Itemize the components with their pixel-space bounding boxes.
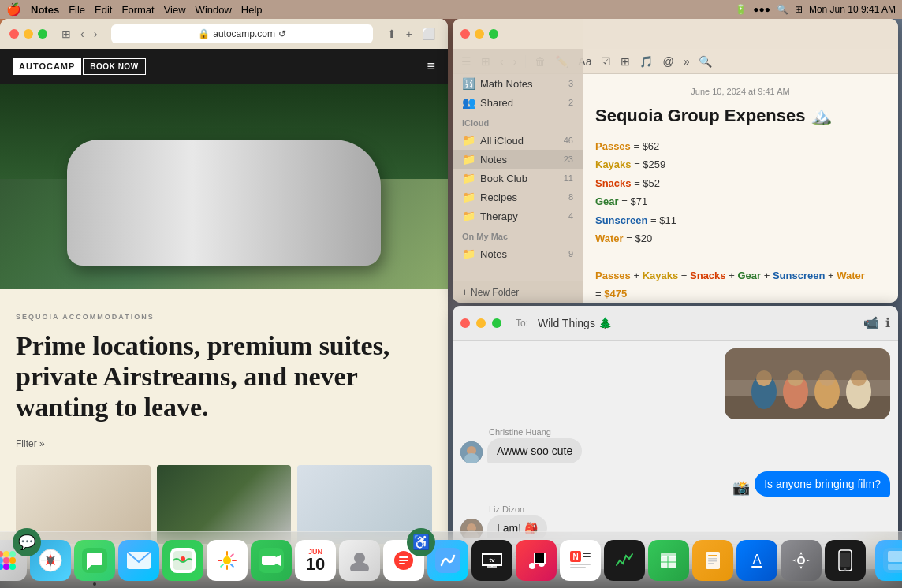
notes-folder-label: Notes [480, 154, 507, 166]
math-notes-label: Math Notes [480, 78, 532, 90]
new-folder-button[interactable]: + New Folder [453, 281, 583, 303]
filter-row[interactable]: Filter » [16, 438, 432, 449]
datetime: Mon Jun 10 9:41 AM [809, 4, 896, 15]
window-menu[interactable]: Window [196, 4, 232, 16]
water-label: Water [595, 233, 624, 244]
browser-titlebar: ⊞ ‹ › 🔒 autocamp.com ↺ ⬆ + ⬜ [0, 19, 448, 49]
file-menu[interactable]: File [69, 4, 85, 16]
back-button[interactable]: ‹ [77, 26, 88, 42]
details-button[interactable]: ℹ [885, 315, 890, 330]
messages-titlebar: To: Wild Things 🌲 📹 ℹ [453, 306, 898, 341]
brand-logo: AUTOCAMP BOOK NOW [13, 58, 146, 75]
chat-button[interactable]: 💬 [13, 528, 41, 556]
notes-fullscreen-button[interactable] [489, 29, 498, 39]
notes-audio-button[interactable]: 🎵 [637, 54, 655, 69]
snacks-label: Snacks [595, 177, 632, 189]
messages-content: Christine Huang Awww soo cute 📸 Is anyon… [453, 341, 898, 538]
fullscreen-button[interactable] [38, 29, 47, 39]
control-center-icon[interactable]: ⊞ [795, 4, 803, 15]
dock-maps[interactable] [162, 540, 203, 581]
view-menu[interactable]: View [164, 4, 186, 16]
dock-stocks[interactable] [604, 540, 645, 581]
book-now-button[interactable]: BOOK NOW [83, 58, 145, 75]
nav-menu-button[interactable]: ≡ [427, 58, 435, 75]
recipes-count: 8 [568, 192, 573, 202]
notes-checklist-button[interactable]: ☑ [598, 54, 613, 69]
notes-search-button[interactable]: 🔍 [696, 54, 714, 69]
dock-calendar[interactable]: JUN 10 [295, 540, 336, 581]
app-name-menu[interactable]: Notes [31, 4, 59, 16]
dock-downloads[interactable] [875, 540, 902, 581]
reload-icon[interactable]: ↺ [278, 28, 286, 39]
messages-close-button[interactable] [460, 318, 470, 328]
notes-close-button[interactable] [460, 29, 470, 39]
battery-icon: 🔋 [735, 4, 747, 15]
dock-iphone-mirroring[interactable] [825, 540, 866, 581]
dock-news[interactable]: N [560, 540, 601, 581]
dock-pages[interactable] [692, 540, 733, 581]
forward-button[interactable]: › [91, 26, 101, 42]
messages-fullscreen-button[interactable] [492, 318, 501, 328]
notes-more-button[interactable]: » [681, 54, 692, 69]
dock-facetime[interactable] [251, 540, 292, 581]
help-menu[interactable]: Help [241, 4, 263, 16]
note-date: June 10, 2024 at 9:41 AM [595, 87, 885, 96]
svg-point-31 [3, 564, 9, 570]
dock-mail[interactable] [118, 540, 159, 581]
svg-rect-48 [218, 560, 222, 561]
mac-notes-folder[interactable]: 📁 Notes 9 [453, 244, 583, 263]
svg-rect-76 [570, 564, 591, 565]
liz-name: Liz Dizon [489, 504, 547, 514]
close-button[interactable] [9, 29, 19, 39]
dock-appstore[interactable]: A [736, 540, 777, 581]
notes-minimize-button[interactable] [475, 29, 484, 39]
share-button[interactable]: ⬆ [384, 26, 400, 42]
notes-folder-icon: 📁 [462, 153, 475, 166]
apple-menu[interactable]: 🍎 [6, 2, 21, 17]
accessibility-button[interactable]: ♿ [407, 528, 435, 556]
url-text: autocamp.com [213, 28, 275, 39]
photo-image [725, 348, 890, 419]
dock-music[interactable] [516, 540, 557, 581]
edit-menu[interactable]: Edit [95, 4, 112, 16]
messages-minimize-button[interactable] [476, 318, 486, 328]
dock-tv[interactable]: tv [472, 540, 512, 581]
site-header: AUTOCAMP BOOK NOW ≡ [0, 49, 448, 84]
url-bar[interactable]: 🔒 autocamp.com ↺ [111, 24, 372, 43]
all-icloud-folder[interactable]: 📁 All iCloud 46 [453, 131, 583, 150]
tab-overview-button[interactable]: ⬜ [419, 26, 438, 42]
notes-folder-icloud[interactable]: 📁 Notes 23 [453, 150, 583, 169]
spotlight-icon[interactable]: 🔍 [777, 4, 788, 15]
new-tab-button[interactable]: + [403, 26, 416, 42]
notes-folder-count: 23 [564, 154, 573, 164]
dock-photos[interactable] [207, 540, 248, 581]
dock-numbers[interactable] [648, 540, 689, 581]
book-club-folder[interactable]: 📁 Book Club 11 [453, 169, 583, 188]
dock-contacts[interactable] [339, 540, 380, 581]
filter-label[interactable]: Filter » [16, 438, 45, 449]
facetime-video-button[interactable]: 📹 [863, 315, 879, 330]
notes-table-button[interactable]: ⊞ [618, 54, 632, 69]
therapy-folder[interactable]: 📁 Therapy 4 [453, 207, 583, 225]
notes-mention-button[interactable]: @ [660, 54, 676, 69]
wifi-icon: ●●● [753, 4, 770, 15]
svg-point-93 [844, 568, 847, 570]
all-icloud-count: 46 [564, 136, 573, 145]
dock-system-settings[interactable] [781, 540, 822, 581]
section-label: SEQUOIA ACCOMMODATIONS [16, 313, 432, 321]
minimize-button[interactable] [24, 29, 33, 39]
note-content[interactable]: June 10, 2024 at 9:41 AM Sequoia Group E… [583, 74, 898, 303]
sidebar-toggle-button[interactable]: ⊞ [58, 26, 74, 42]
notes-sidebar: 🔢 Math Notes 3 👥 Shared 2 iCloud 📁 All i… [453, 19, 583, 303]
dock-messages[interactable] [74, 540, 115, 581]
recipes-folder[interactable]: 📁 Recipes 8 [453, 188, 583, 207]
shared-folder[interactable]: 👥 Shared 2 [453, 93, 583, 112]
total-value: $475 [604, 288, 627, 300]
note-line-passes: Passes = $62 [595, 137, 885, 155]
on-my-mac-header: On My Mac [453, 225, 583, 244]
svg-rect-51 [230, 563, 235, 568]
format-menu[interactable]: Format [121, 4, 154, 16]
svg-rect-86 [708, 563, 714, 564]
math-notes-folder[interactable]: 🔢 Math Notes 3 [453, 74, 583, 93]
note-line-water: Water = $20 [595, 229, 885, 247]
